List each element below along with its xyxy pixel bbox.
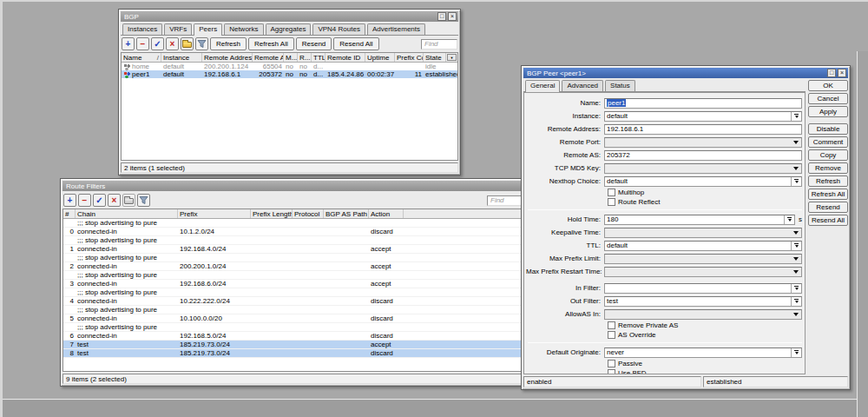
restore-icon[interactable]: □ — [827, 69, 836, 77]
remote-port-combo[interactable] — [604, 137, 802, 148]
tab-vrfs[interactable]: VRFs — [164, 23, 192, 35]
dropdown-arrow-icon[interactable] — [791, 112, 801, 121]
column-header-prefix[interactable]: Prefix — [178, 209, 251, 218]
column-header-ttl[interactable]: TTL — [312, 53, 326, 62]
filter-rule-row[interactable]: 4 connected-in 10.222.222.0/24 discard — [63, 297, 523, 306]
name-field[interactable]: peer1 — [604, 98, 802, 109]
filter-comment-row[interactable]: ;;; stop advertising to pure — [63, 323, 523, 332]
filter-rule-row[interactable]: 3 connected-in 192.168.6.0/24 accept — [63, 280, 523, 288]
column-header-number[interactable]: # — [63, 209, 76, 218]
filter-rule-row[interactable]: 2 connected-in 200.200.1.0/24 accept — [63, 262, 523, 271]
comment-button[interactable]: Comment — [808, 136, 848, 148]
dropdown-arrow-icon[interactable] — [791, 228, 801, 237]
filter-rule-row[interactable]: 6 connected-in 192.168.5.0/24 discard — [63, 332, 523, 341]
filter-rule-row[interactable]: 7 test 185.219.73.0/24 accept — [63, 341, 523, 349]
refresh-button[interactable]: Refresh — [808, 175, 848, 187]
enable-button[interactable]: ✓ — [151, 37, 164, 50]
resend-button[interactable]: Resend — [296, 37, 332, 50]
column-menu-button[interactable]: ▼ — [447, 54, 457, 61]
bgp-peer-row[interactable]: home default 200.200.1.124 65504 no no d… — [122, 63, 457, 70]
out-filter-combo[interactable]: test — [604, 296, 802, 307]
dropdown-arrow-icon[interactable] — [791, 255, 801, 263]
ttl-combo[interactable]: default — [604, 241, 802, 251]
remote-address-field[interactable]: 192.168.6.1 — [604, 124, 802, 135]
remove-button[interactable]: Remove — [808, 162, 848, 174]
tcp-md5-key-combo[interactable] — [604, 163, 802, 174]
allowas-in-combo[interactable] — [604, 309, 802, 320]
enable-button[interactable]: ✓ — [93, 194, 106, 207]
filter-button[interactable] — [195, 37, 208, 50]
filter-comment-row[interactable]: ;;; stop advertising to pure — [63, 306, 523, 314]
filter-comment-row[interactable]: ;;; stop advertising to pure — [63, 236, 523, 245]
keepalive-time-combo[interactable] — [604, 228, 802, 238]
column-header-name[interactable]: Name/ — [122, 53, 161, 62]
column-header-prefix-count[interactable]: Prefix Co... — [395, 53, 424, 62]
column-header-multihop[interactable]: M... — [284, 53, 298, 62]
filter-rule-row[interactable]: 8 test 185.219.73.0/24 discard — [63, 349, 523, 358]
column-header-remote-address[interactable]: Remote Address — [202, 53, 253, 62]
tab-peers[interactable]: Peers — [194, 23, 222, 36]
nexthop-choice-combo[interactable]: default — [604, 176, 802, 187]
tab-instances[interactable]: Instances — [122, 23, 162, 35]
max-prefix-restart-time-combo[interactable] — [604, 267, 802, 277]
disable-button[interactable]: × — [108, 194, 121, 207]
remove-private-as-checkbox[interactable] — [608, 321, 615, 329]
filter-button[interactable] — [137, 194, 150, 207]
add-button[interactable]: + — [63, 194, 76, 207]
route-filters-titlebar[interactable]: Route Filters — [62, 181, 524, 191]
tab-advanced[interactable]: Advanced — [562, 80, 603, 91]
add-button[interactable]: + — [122, 37, 135, 50]
in-filter-combo[interactable] — [604, 283, 802, 294]
comment-button[interactable] — [181, 37, 194, 50]
remove-button[interactable]: − — [78, 194, 91, 207]
resend-button[interactable]: Resend — [808, 202, 848, 213]
refresh-button[interactable]: Refresh — [210, 37, 247, 50]
tab-advertisements[interactable]: Advertisements — [367, 23, 425, 35]
filter-rule-row[interactable]: 5 connected-in 10.100.0.0/20 discard — [63, 314, 523, 323]
passive-checkbox[interactable] — [608, 360, 615, 367]
close-icon[interactable]: × — [448, 12, 457, 21]
bgp-window-titlebar[interactable]: BGP □ × — [121, 11, 458, 22]
resend-all-button[interactable]: Resend All — [333, 37, 378, 50]
column-header-uptime[interactable]: Uptime — [365, 53, 395, 62]
restore-icon[interactable]: □ — [437, 12, 446, 21]
refresh-all-button[interactable]: Refresh All — [808, 189, 848, 200]
dropdown-arrow-icon[interactable] — [791, 268, 801, 276]
tab-status[interactable]: Status — [605, 80, 635, 91]
max-prefix-limit-combo[interactable] — [604, 254, 802, 264]
find-input[interactable] — [421, 39, 457, 50]
column-header-state[interactable]: State — [424, 53, 446, 62]
cancel-button[interactable]: Cancel — [808, 93, 848, 104]
multihop-checkbox[interactable] — [608, 189, 615, 196]
filter-rule-row[interactable]: 1 connected-in 192.168.4.0/24 accept — [63, 245, 523, 254]
bgp-peer-row[interactable]: peer1 default 192.168.6.1 205372 no no d… — [122, 70, 457, 78]
route-reflect-checkbox[interactable] — [608, 198, 615, 206]
filter-comment-row[interactable]: ;;; stop advertising to pure — [63, 288, 523, 297]
dropdown-arrow-icon[interactable] — [791, 284, 801, 293]
column-header-protocol[interactable]: Protocol — [293, 209, 324, 218]
column-header-action[interactable]: Action — [369, 209, 404, 218]
column-header-prefix-length[interactable]: Prefix Length — [251, 209, 293, 218]
disable-button[interactable]: Disable — [808, 123, 848, 135]
instance-combo[interactable]: default — [604, 111, 802, 122]
dropdown-arrow-icon[interactable] — [791, 138, 801, 147]
disable-button[interactable]: × — [166, 37, 179, 50]
hold-time-combo[interactable]: 180 — [604, 215, 795, 225]
comment-button[interactable] — [122, 194, 135, 207]
tab-general[interactable]: General — [525, 80, 560, 92]
filter-comment-row[interactable]: ;;; stop advertising to pure — [63, 219, 523, 228]
apply-button[interactable]: Apply — [808, 106, 848, 117]
column-header-instance[interactable]: Instance — [161, 53, 202, 62]
dropdown-arrow-icon[interactable] — [791, 164, 801, 173]
dropdown-arrow-icon[interactable] — [784, 215, 794, 224]
bgp-peer-dialog-titlebar[interactable]: BGP Peer <peer1> □ × — [523, 68, 848, 78]
column-header-remote-as[interactable]: Remote AS — [253, 53, 284, 62]
dropdown-arrow-icon[interactable] — [791, 310, 801, 319]
tab-vpn4-routes[interactable]: VPN4 Routes — [312, 23, 365, 35]
dropdown-arrow-icon[interactable] — [791, 242, 801, 250]
copy-button[interactable]: Copy — [808, 149, 848, 161]
column-header-bgp-as-path[interactable]: BGP AS Path — [324, 209, 369, 218]
refresh-all-button[interactable]: Refresh All — [248, 37, 294, 50]
dropdown-arrow-icon[interactable] — [791, 297, 801, 306]
tab-networks[interactable]: Networks — [224, 23, 263, 35]
